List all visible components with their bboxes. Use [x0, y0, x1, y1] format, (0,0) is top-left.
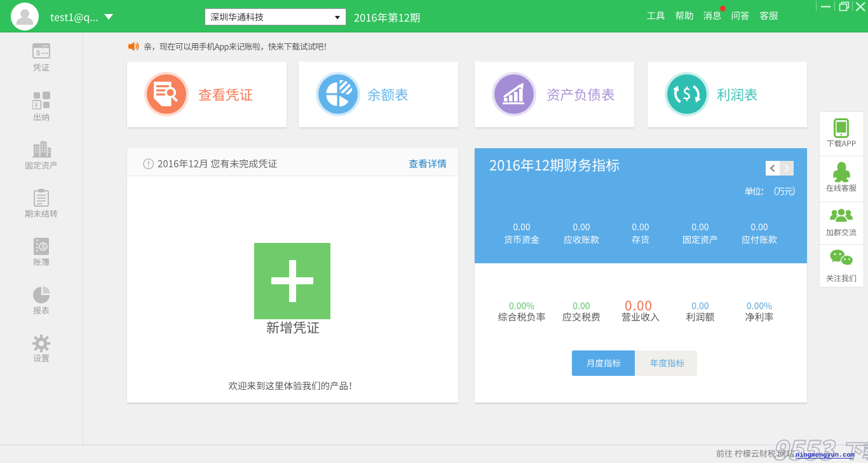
svg-text:¥: ¥	[34, 102, 38, 109]
svg-text:$: $	[42, 243, 46, 250]
svg-text:$: $	[36, 49, 40, 57]
